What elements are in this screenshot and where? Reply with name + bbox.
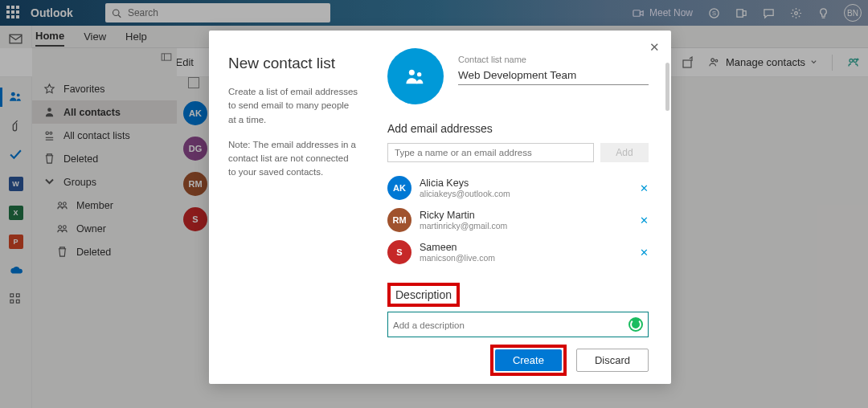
remove-member-icon[interactable]: ✕	[640, 247, 649, 259]
modal-desc-2: Note: The email addresses in a contact l…	[228, 138, 358, 180]
create-button[interactable]: Create	[495, 349, 562, 371]
member-info: Alicia Keysaliciakeys@outlook.com	[420, 177, 632, 198]
member-avatar: AK	[387, 176, 411, 200]
modal-desc-1: Create a list of email addresses to send…	[228, 85, 358, 127]
description-input[interactable]	[393, 320, 643, 330]
member-avatar: S	[387, 240, 411, 264]
add-button: Add	[600, 143, 649, 162]
email-input[interactable]	[387, 143, 594, 162]
group-avatar-icon	[387, 48, 444, 104]
scrollbar[interactable]	[665, 63, 669, 111]
member-row: RM Ricky Martinmartinricky@gmail.com ✕	[387, 204, 649, 236]
member-name: Alicia Keys	[420, 177, 632, 189]
description-heading: Description	[395, 288, 452, 301]
create-button-highlight: Create	[490, 345, 567, 376]
svg-point-38	[417, 72, 421, 76]
modal-footer: Create Discard	[490, 345, 649, 376]
member-email: manicson@live.com	[420, 253, 632, 263]
member-row: AK Alicia Keysaliciakeys@outlook.com ✕	[387, 172, 649, 204]
new-contact-list-modal: New contact list Create a list of email …	[209, 31, 671, 384]
contact-list-name-input[interactable]	[458, 66, 649, 85]
remove-member-icon[interactable]: ✕	[640, 182, 649, 194]
remove-member-icon[interactable]: ✕	[640, 214, 649, 226]
description-heading-highlight: Description	[387, 283, 460, 307]
close-icon[interactable]: ✕	[649, 40, 660, 55]
contact-list-name-label: Contact list name	[458, 55, 526, 64]
modal-title: New contact list	[228, 55, 358, 72]
modal-info-pane: New contact list Create a list of email …	[209, 31, 378, 384]
member-name: Sameen	[420, 242, 632, 253]
discard-button[interactable]: Discard	[576, 349, 649, 372]
member-info: Sameenmanicson@live.com	[420, 242, 632, 263]
modal-form-pane: ✕ Contact list name Add email addresses …	[378, 31, 671, 384]
member-email: aliciakeys@outlook.com	[420, 189, 632, 198]
svg-point-37	[409, 70, 415, 75]
member-name: Ricky Martin	[420, 210, 632, 221]
member-row: S Sameenmanicson@live.com ✕	[387, 236, 649, 268]
member-info: Ricky Martinmartinricky@gmail.com	[420, 210, 632, 231]
grammarly-icon[interactable]	[628, 317, 643, 332]
member-avatar: RM	[387, 208, 411, 232]
description-input-wrap	[387, 312, 649, 337]
member-email: martinricky@gmail.com	[420, 221, 632, 231]
add-emails-heading: Add email addresses	[387, 122, 649, 135]
